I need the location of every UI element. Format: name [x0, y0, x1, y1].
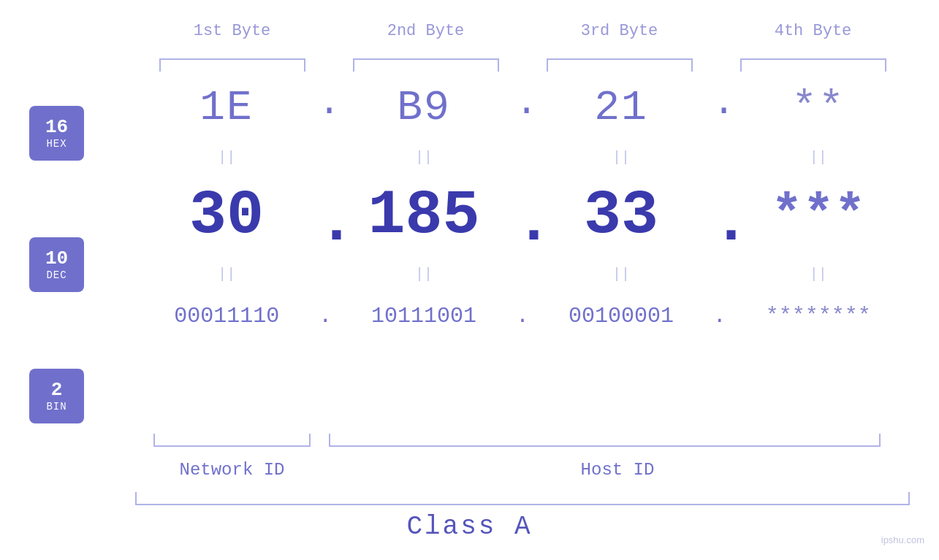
bin-val-2: 10111001: [365, 304, 482, 329]
class-label: Class A: [406, 512, 532, 542]
eq-1-3: ||: [530, 149, 713, 166]
host-id-label: Host ID: [336, 460, 899, 480]
bin-dot-3: .: [712, 304, 726, 329]
byte-label-1: 1st Byte: [137, 22, 327, 40]
watermark: ipshu.com: [881, 534, 924, 545]
hex-val-3: 21: [574, 84, 669, 131]
bracket-top-3: [547, 58, 693, 72]
eq-sym-8: ||: [810, 266, 827, 283]
dec-dot-1: .: [318, 180, 332, 251]
dec-cell-4: ***: [727, 185, 910, 245]
bracket-top-4: [740, 58, 886, 72]
badge-hex: 16 HEX: [29, 106, 84, 161]
main-container: 1st Byte 2nd Byte 3rd Byte 4th Byte 16 H…: [0, 0, 939, 560]
dec-dot-3: .: [712, 180, 727, 251]
eq-2-3: ||: [530, 266, 713, 283]
bin-val-3: 00100001: [563, 304, 680, 329]
dec-cell-2: 185: [332, 180, 515, 251]
bin-row: 00011110 . 10111001 . 00100001 . *******…: [135, 288, 910, 343]
eq-row-2: || || || ||: [135, 259, 910, 288]
hex-val-4: **: [771, 84, 866, 131]
bracket-top-1: [159, 58, 305, 72]
hex-dot-3: .: [712, 86, 727, 129]
dec-val-3: 33: [563, 180, 680, 251]
dec-dot-2: .: [515, 180, 530, 251]
byte-label-4: 4th Byte: [718, 22, 908, 40]
eq-2-4: ||: [726, 266, 910, 283]
dec-cell-3: 33: [530, 180, 712, 251]
badge-bin: 2 BIN: [29, 369, 84, 423]
eq-1-4: ||: [726, 149, 910, 166]
bin-cell-1: 00011110: [135, 304, 319, 329]
hex-cell-3: 21: [530, 84, 712, 131]
bin-cell-4: ********: [726, 304, 910, 329]
eq-row-1: || || || ||: [135, 142, 910, 172]
eq-sym-7: ||: [612, 266, 630, 283]
badge-hex-num: 16: [45, 117, 68, 138]
hex-cell-4: **: [727, 84, 910, 131]
eq-2-2: ||: [332, 266, 516, 283]
badge-bin-num: 2: [51, 380, 63, 401]
byte-labels-row: 1st Byte 2nd Byte 3rd Byte 4th Byte: [135, 22, 910, 40]
eq-sym-5: ||: [218, 266, 235, 283]
hex-row: 1E . B9 . 21 . **: [135, 73, 910, 142]
network-id-label: Network ID: [135, 460, 329, 480]
dec-val-2: 185: [365, 180, 482, 251]
byte-label-3: 3rd Byte: [525, 22, 715, 40]
badge-dec-label: DEC: [46, 269, 66, 281]
top-brackets: [135, 58, 910, 72]
hex-cell-2: B9: [332, 84, 515, 131]
all-values: 1E . B9 . 21 . ** || || || ||: [135, 73, 910, 343]
byte-label-2: 2nd Byte: [331, 22, 521, 40]
badge-dec-num: 10: [45, 248, 68, 269]
class-label-row: Class A: [0, 512, 939, 542]
eq-sym-6: ||: [415, 266, 433, 283]
outer-bottom-bracket: [135, 492, 910, 505]
hex-val-1: 1E: [179, 84, 274, 131]
id-labels-row: Network ID Host ID: [135, 460, 910, 480]
eq-sym-4: ||: [810, 149, 827, 166]
hex-val-2: B9: [376, 84, 471, 131]
bin-val-4: ********: [760, 304, 877, 329]
bottom-brackets: [135, 434, 910, 447]
eq-1-1: ||: [135, 149, 319, 166]
bracket-net: [153, 434, 311, 447]
bin-cell-2: 10111001: [332, 304, 516, 329]
badge-hex-label: HEX: [46, 138, 66, 150]
eq-2-1: ||: [135, 266, 319, 283]
badge-bin-label: BIN: [46, 401, 66, 413]
hex-dot-2: .: [515, 86, 530, 129]
bracket-host: [329, 434, 881, 447]
bracket-top-2: [353, 58, 499, 72]
badges-col: 16 HEX 10 DEC 2 BIN: [29, 106, 84, 423]
eq-sym-2: ||: [415, 149, 433, 166]
dec-val-4: ***: [760, 185, 877, 245]
bin-val-1: 00011110: [168, 304, 285, 329]
hex-dot-1: .: [318, 86, 332, 129]
eq-1-2: ||: [332, 149, 516, 166]
bin-cell-3: 00100001: [530, 304, 713, 329]
dec-cell-1: 30: [135, 180, 318, 251]
hex-cell-1: 1E: [135, 84, 318, 131]
eq-sym-3: ||: [612, 149, 630, 166]
dec-val-1: 30: [168, 180, 285, 251]
bin-dot-1: .: [319, 304, 332, 329]
badge-dec: 10 DEC: [29, 237, 84, 292]
dec-row: 30 . 185 . 33 . ***: [135, 172, 910, 259]
bin-dot-2: .: [515, 304, 529, 329]
eq-sym-1: ||: [218, 149, 235, 166]
